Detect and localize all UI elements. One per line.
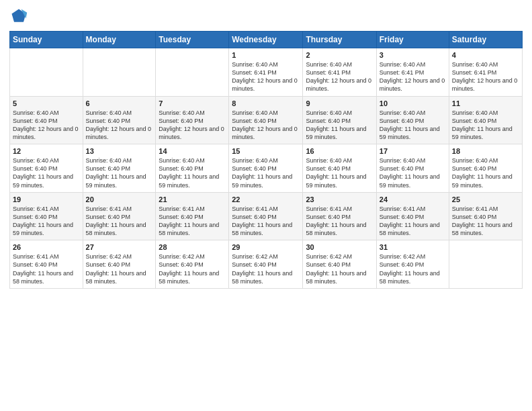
day-number: 29 [232,243,300,251]
cell-content: Sunrise: 6:40 AMSunset: 6:40 PMDaylight:… [452,109,519,142]
week-row-4: 26Sunrise: 6:41 AMSunset: 6:40 PMDayligh… [10,240,523,289]
day-cell: 7Sunrise: 6:40 AMSunset: 6:40 PMDaylight… [156,96,229,144]
week-row-1: 5Sunrise: 6:40 AMSunset: 6:40 PMDaylight… [10,96,523,144]
day-cell: 17Sunrise: 6:40 AMSunset: 6:40 PMDayligh… [376,144,449,193]
day-cell: 14Sunrise: 6:40 AMSunset: 6:40 PMDayligh… [156,144,229,193]
calendar-body: 1Sunrise: 6:40 AMSunset: 6:41 PMDaylight… [10,48,523,289]
cell-content: Sunrise: 6:42 AMSunset: 6:40 PMDaylight:… [232,253,300,285]
day-number: 15 [232,147,300,155]
day-cell: 30Sunrise: 6:42 AMSunset: 6:40 PMDayligh… [303,240,376,289]
week-row-2: 12Sunrise: 6:40 AMSunset: 6:40 PMDayligh… [10,144,523,193]
logo-icon [9,7,28,26]
cell-content: Sunrise: 6:40 AMSunset: 6:40 PMDaylight:… [306,109,373,142]
cell-content: Sunrise: 6:40 AMSunset: 6:40 PMDaylight:… [452,156,519,189]
day-number: 22 [232,195,300,203]
day-number: 26 [13,243,80,251]
day-cell: 12Sunrise: 6:40 AMSunset: 6:40 PMDayligh… [10,144,83,193]
cell-content: Sunrise: 6:41 AMSunset: 6:40 PMDaylight:… [306,205,373,238]
day-number: 11 [452,99,519,107]
calendar-header: SundayMondayTuesdayWednesdayThursdayFrid… [10,32,523,48]
day-number: 12 [13,147,80,155]
day-cell: 11Sunrise: 6:40 AMSunset: 6:40 PMDayligh… [449,96,522,144]
cell-content: Sunrise: 6:40 AMSunset: 6:41 PMDaylight:… [306,60,373,93]
day-number: 24 [380,195,446,203]
cell-content: Sunrise: 6:42 AMSunset: 6:40 PMDaylight:… [380,253,446,285]
day-cell: 22Sunrise: 6:41 AMSunset: 6:40 PMDayligh… [229,192,303,240]
day-cell: 27Sunrise: 6:42 AMSunset: 6:40 PMDayligh… [83,240,156,289]
day-cell: 8Sunrise: 6:40 AMSunset: 6:40 PMDaylight… [229,96,303,144]
day-cell: 28Sunrise: 6:42 AMSunset: 6:40 PMDayligh… [156,240,229,289]
cell-content: Sunrise: 6:41 AMSunset: 6:40 PMDaylight:… [232,205,300,238]
cell-content: Sunrise: 6:40 AMSunset: 6:40 PMDaylight:… [13,109,80,142]
day-cell [10,48,83,97]
header-cell-wednesday: Wednesday [229,32,303,48]
day-number: 8 [232,99,300,107]
day-number: 9 [306,99,373,107]
day-number: 2 [306,51,373,59]
cell-content: Sunrise: 6:40 AMSunset: 6:40 PMDaylight:… [380,156,446,189]
cell-content: Sunrise: 6:40 AMSunset: 6:40 PMDaylight:… [159,156,226,189]
day-number: 28 [159,243,226,251]
day-cell [449,240,522,289]
cell-content: Sunrise: 6:42 AMSunset: 6:40 PMDaylight:… [159,253,226,285]
cell-content: Sunrise: 6:40 AMSunset: 6:40 PMDaylight:… [86,109,153,142]
day-cell: 5Sunrise: 6:40 AMSunset: 6:40 PMDaylight… [10,96,83,144]
day-cell [83,48,156,97]
day-number: 6 [86,99,153,107]
day-number: 20 [86,195,153,203]
day-cell: 21Sunrise: 6:41 AMSunset: 6:40 PMDayligh… [156,192,229,240]
day-cell: 9Sunrise: 6:40 AMSunset: 6:40 PMDaylight… [303,96,376,144]
day-number: 27 [86,243,153,251]
header-cell-monday: Monday [83,32,156,48]
cell-content: Sunrise: 6:40 AMSunset: 6:40 PMDaylight:… [159,109,226,142]
day-number: 19 [13,195,80,203]
day-cell: 24Sunrise: 6:41 AMSunset: 6:40 PMDayligh… [376,192,449,240]
day-cell: 15Sunrise: 6:40 AMSunset: 6:40 PMDayligh… [229,144,303,193]
cell-content: Sunrise: 6:40 AMSunset: 6:40 PMDaylight:… [380,109,446,142]
cell-content: Sunrise: 6:41 AMSunset: 6:40 PMDaylight:… [452,205,519,238]
day-number: 25 [452,195,519,203]
day-number: 7 [159,99,226,107]
day-cell: 2Sunrise: 6:40 AMSunset: 6:41 PMDaylight… [303,48,376,97]
cell-content: Sunrise: 6:40 AMSunset: 6:40 PMDaylight:… [86,156,153,189]
day-cell: 31Sunrise: 6:42 AMSunset: 6:40 PMDayligh… [376,240,449,289]
day-number: 17 [380,147,446,155]
cell-content: Sunrise: 6:40 AMSunset: 6:40 PMDaylight:… [232,109,300,142]
day-cell: 19Sunrise: 6:41 AMSunset: 6:40 PMDayligh… [10,192,83,240]
header-cell-tuesday: Tuesday [156,32,229,48]
day-number: 10 [380,99,446,107]
day-number: 14 [159,147,226,155]
day-cell: 23Sunrise: 6:41 AMSunset: 6:40 PMDayligh… [303,192,376,240]
day-number: 16 [306,147,373,155]
cell-content: Sunrise: 6:40 AMSunset: 6:41 PMDaylight:… [452,60,519,93]
day-number: 31 [380,243,446,251]
week-row-3: 19Sunrise: 6:41 AMSunset: 6:40 PMDayligh… [10,192,523,240]
day-cell: 4Sunrise: 6:40 AMSunset: 6:41 PMDaylight… [449,48,522,97]
week-row-0: 1Sunrise: 6:40 AMSunset: 6:41 PMDaylight… [10,48,523,97]
cell-content: Sunrise: 6:40 AMSunset: 6:40 PMDaylight:… [306,156,373,189]
day-cell: 3Sunrise: 6:40 AMSunset: 6:41 PMDaylight… [376,48,449,97]
day-number: 18 [452,147,519,155]
day-cell: 13Sunrise: 6:40 AMSunset: 6:40 PMDayligh… [83,144,156,193]
day-cell: 29Sunrise: 6:42 AMSunset: 6:40 PMDayligh… [229,240,303,289]
cell-content: Sunrise: 6:41 AMSunset: 6:40 PMDaylight:… [13,253,80,285]
day-cell: 16Sunrise: 6:40 AMSunset: 6:40 PMDayligh… [303,144,376,193]
day-cell: 10Sunrise: 6:40 AMSunset: 6:40 PMDayligh… [376,96,449,144]
day-number: 23 [306,195,373,203]
cell-content: Sunrise: 6:42 AMSunset: 6:40 PMDaylight:… [306,253,373,285]
header [9,7,523,26]
day-number: 1 [232,51,300,59]
cell-content: Sunrise: 6:40 AMSunset: 6:41 PMDaylight:… [380,60,446,93]
cell-content: Sunrise: 6:40 AMSunset: 6:41 PMDaylight:… [232,60,300,93]
cell-content: Sunrise: 6:41 AMSunset: 6:40 PMDaylight:… [159,205,226,238]
header-cell-friday: Friday [376,32,449,48]
header-cell-saturday: Saturday [449,32,522,48]
day-cell: 1Sunrise: 6:40 AMSunset: 6:41 PMDaylight… [229,48,303,97]
day-cell: 20Sunrise: 6:41 AMSunset: 6:40 PMDayligh… [83,192,156,240]
day-cell [156,48,229,97]
logo [9,7,30,26]
cell-content: Sunrise: 6:42 AMSunset: 6:40 PMDaylight:… [86,253,153,285]
day-cell: 25Sunrise: 6:41 AMSunset: 6:40 PMDayligh… [449,192,522,240]
day-cell: 18Sunrise: 6:40 AMSunset: 6:40 PMDayligh… [449,144,522,193]
header-row: SundayMondayTuesdayWednesdayThursdayFrid… [10,32,523,48]
